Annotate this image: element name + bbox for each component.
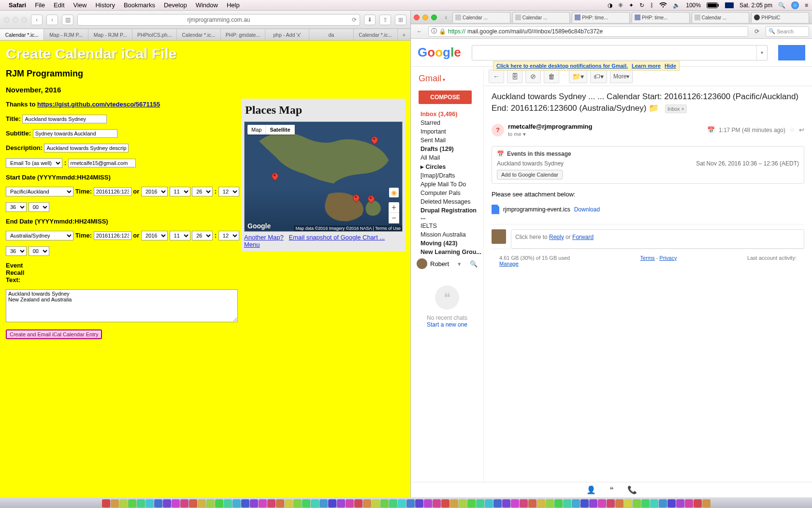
inbox-tag[interactable]: Inbox × bbox=[665, 105, 687, 114]
reply-box[interactable]: Click here to Reply or Forward bbox=[511, 229, 804, 249]
dock-item[interactable] bbox=[641, 499, 650, 508]
dock-item[interactable] bbox=[650, 499, 658, 508]
dock-item[interactable] bbox=[476, 499, 484, 508]
search-input[interactable] bbox=[472, 45, 756, 60]
dock-item[interactable] bbox=[319, 499, 328, 508]
search-options-dropdown[interactable]: ▾ bbox=[756, 45, 767, 60]
label-item[interactable]: Deleted Messages bbox=[413, 197, 481, 206]
dock-item[interactable] bbox=[302, 499, 310, 508]
safari-tab[interactable]: Calendar *.ic... bbox=[177, 29, 221, 40]
dock-item[interactable] bbox=[537, 499, 545, 508]
dock-item[interactable] bbox=[563, 499, 571, 508]
label-allmail[interactable]: All Mail bbox=[413, 153, 481, 162]
start-min[interactable]: 36 bbox=[6, 202, 27, 212]
dock[interactable]: // generate colored dock items inline (p… bbox=[0, 497, 812, 508]
dock-item[interactable] bbox=[398, 499, 406, 508]
safari-tab[interactable]: Map - RJM P... bbox=[88, 29, 132, 40]
safari-tab[interactable]: PHP: gmdate... bbox=[221, 29, 265, 40]
description-input[interactable] bbox=[44, 144, 129, 152]
url-bar[interactable]: rjmprogramming.com.au ⟳ bbox=[77, 14, 360, 26]
volume-icon[interactable]: 🔈 bbox=[673, 2, 680, 9]
label-item[interactable]: Computer Pals bbox=[413, 189, 481, 197]
menubar-icon[interactable]: ✦ bbox=[629, 2, 634, 9]
dock-item[interactable] bbox=[241, 499, 249, 508]
notif-enable-link[interactable]: Click here to enable desktop notificatio… bbox=[496, 63, 628, 69]
move-to-button[interactable]: 📁▾ bbox=[569, 70, 587, 83]
dock-item[interactable] bbox=[406, 499, 415, 508]
siri-icon[interactable] bbox=[791, 1, 799, 9]
dock-item[interactable] bbox=[311, 499, 319, 508]
battery-icon[interactable] bbox=[707, 2, 719, 8]
email-input[interactable] bbox=[68, 159, 136, 167]
end-hr[interactable]: 12 bbox=[218, 231, 239, 240]
safari-tab[interactable]: Map - RJM P... bbox=[44, 29, 88, 40]
archive-button[interactable]: 🗄 bbox=[507, 70, 522, 83]
zoom-out[interactable]: − bbox=[389, 213, 399, 224]
notif-learn-link[interactable]: Learn more bbox=[632, 63, 661, 69]
dock-item[interactable] bbox=[250, 499, 258, 508]
new-tab-button[interactable]: + bbox=[398, 29, 410, 40]
dock-item[interactable] bbox=[224, 499, 232, 508]
safari-tab[interactable]: Calendar *.ic... bbox=[0, 29, 44, 40]
label-item[interactable]: Apple Mail To Do bbox=[413, 180, 481, 189]
dock-item[interactable] bbox=[415, 499, 423, 508]
end-year[interactable]: 2016 bbox=[141, 231, 168, 240]
map-type-toggle[interactable]: Map Satellite bbox=[247, 125, 295, 134]
google-logo[interactable]: Google bbox=[418, 45, 461, 60]
contacts-icon[interactable]: 👤 bbox=[586, 485, 596, 494]
dock-item[interactable] bbox=[372, 499, 380, 508]
start-dt-input[interactable] bbox=[94, 187, 131, 196]
dock-item[interactable] bbox=[528, 499, 536, 508]
dock-item[interactable] bbox=[137, 499, 145, 508]
spam-button[interactable]: ⊘ bbox=[525, 70, 541, 83]
dock-item[interactable] bbox=[459, 499, 467, 508]
chat-user[interactable]: Robert ▾ 🔍 bbox=[413, 256, 481, 271]
dock-item[interactable] bbox=[128, 499, 136, 508]
map-pin[interactable] bbox=[353, 194, 360, 205]
tabs-button[interactable]: ⊞ bbox=[395, 15, 406, 25]
thanks-link[interactable]: https://gist.github.com/vtedesco/5671155 bbox=[37, 101, 160, 108]
details-dropdown[interactable]: ▾ bbox=[523, 131, 526, 137]
dock-item[interactable] bbox=[337, 499, 345, 508]
window-controls[interactable] bbox=[414, 15, 437, 20]
dock-item[interactable] bbox=[285, 499, 293, 508]
forward-link[interactable]: Forward bbox=[572, 234, 594, 240]
title-input[interactable] bbox=[22, 115, 107, 123]
dock-item[interactable] bbox=[163, 499, 171, 508]
dock-item[interactable] bbox=[598, 499, 606, 508]
dock-item[interactable] bbox=[615, 499, 624, 508]
dock-item[interactable] bbox=[554, 499, 563, 508]
sidebar-button[interactable]: ▥ bbox=[62, 15, 73, 25]
menu-history[interactable]: History bbox=[95, 1, 115, 9]
labels-button[interactable]: 🏷▾ bbox=[590, 70, 607, 83]
label-item[interactable]: Drupal Registration ... bbox=[413, 206, 481, 222]
map-canvas[interactable]: Map Satellite ◉ +− Google Map data ©2016… bbox=[244, 121, 403, 232]
hangouts-icon[interactable]: ❝ bbox=[609, 485, 614, 494]
gmail-brand[interactable]: Gmail bbox=[413, 71, 481, 90]
dock-item[interactable] bbox=[189, 499, 197, 508]
safari-tab[interactable]: PHPtoICS.ph... bbox=[132, 29, 176, 40]
forward-button[interactable]: › bbox=[46, 15, 58, 25]
dock-item[interactable] bbox=[206, 499, 215, 508]
back-button[interactable]: ‹ bbox=[31, 15, 43, 25]
safari-tab[interactable]: Calendar *.ic... bbox=[354, 29, 398, 40]
dock-item[interactable] bbox=[485, 499, 493, 508]
start-year[interactable]: 2016 bbox=[141, 187, 168, 196]
menubar-icon[interactable]: ◑ bbox=[608, 2, 612, 9]
label-item[interactable]: Mission Australia bbox=[413, 230, 481, 239]
dock-item[interactable] bbox=[502, 499, 510, 508]
menubar-app[interactable]: Safari bbox=[9, 1, 26, 9]
start-day[interactable]: 26 bbox=[192, 187, 213, 196]
end-tz-select[interactable]: Australia/Sydney bbox=[6, 231, 73, 240]
label-inbox[interactable]: Inbox (3,496) bbox=[413, 110, 481, 119]
chrome-tab[interactable]: PHP: time... bbox=[572, 12, 630, 23]
search-icon[interactable]: 🔍 bbox=[470, 260, 478, 268]
chrome-tab[interactable]: PHPtoIC bbox=[751, 12, 809, 23]
compose-button[interactable]: COMPOSE bbox=[419, 90, 472, 104]
menu-file[interactable]: File bbox=[35, 1, 45, 9]
star-icon[interactable]: ☆ bbox=[789, 126, 795, 134]
dock-item[interactable] bbox=[441, 499, 450, 508]
start-hr[interactable]: 12 bbox=[218, 187, 239, 196]
dock-item[interactable] bbox=[493, 499, 502, 508]
reload-button[interactable]: ⟳ bbox=[751, 26, 763, 37]
